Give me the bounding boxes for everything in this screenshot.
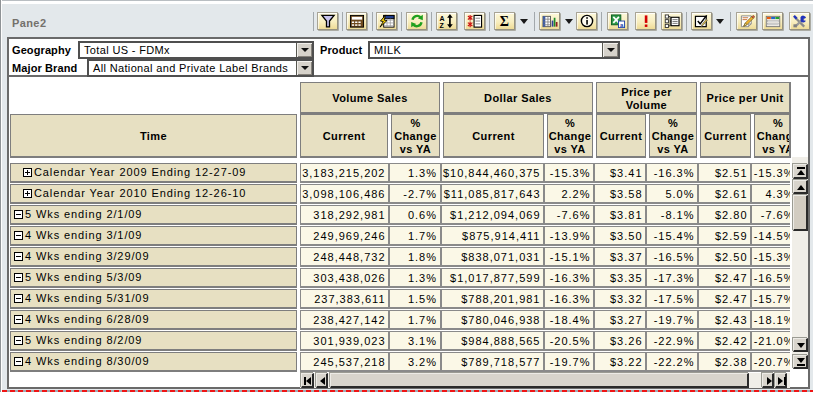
svg-text:A: A [439,15,444,22]
svg-text:Z: Z [439,22,444,29]
svg-text:Σ: Σ [500,14,509,29]
